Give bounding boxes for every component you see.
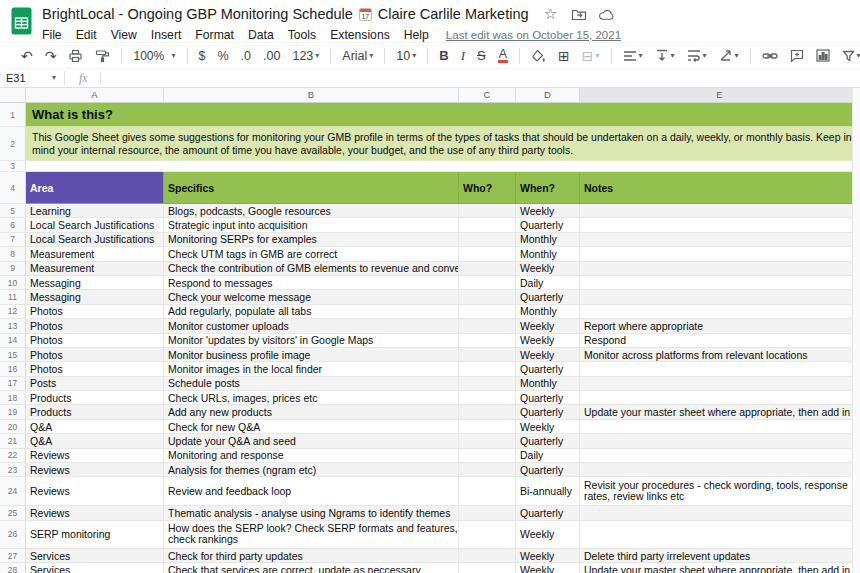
cell-who[interactable] bbox=[459, 334, 516, 348]
cell-when[interactable]: Weekly bbox=[516, 420, 580, 434]
star-icon[interactable]: ☆ bbox=[543, 6, 559, 22]
cell-when[interactable]: Daily bbox=[516, 449, 580, 463]
cell-when[interactable]: Weekly bbox=[516, 204, 580, 218]
name-box-caret-icon[interactable]: ▾ bbox=[52, 74, 56, 82]
row-number-cell[interactable]: 2 bbox=[0, 127, 26, 161]
cell-specifics[interactable]: Check UTM tags in GMB are correct bbox=[164, 247, 459, 261]
cell-area[interactable]: Local Search Justifications bbox=[26, 233, 164, 247]
cell-header-who[interactable]: Who? bbox=[459, 172, 516, 204]
print-button[interactable] bbox=[63, 45, 88, 67]
cell-area[interactable]: Products bbox=[26, 391, 164, 405]
cell-notes[interactable]: Report where appropriate bbox=[580, 319, 860, 333]
cell-when[interactable]: Weekly bbox=[516, 319, 580, 333]
cell-who[interactable] bbox=[459, 405, 516, 419]
cell-when[interactable]: Monthly bbox=[516, 305, 580, 319]
row-number-cell[interactable]: 24 bbox=[0, 477, 26, 506]
row-number-cell[interactable]: 5 bbox=[0, 204, 26, 218]
row-number-cell[interactable]: 9 bbox=[0, 262, 26, 276]
cell-when[interactable]: Quarterly bbox=[516, 290, 580, 304]
paint-format-button[interactable] bbox=[90, 45, 115, 67]
insert-link-button[interactable] bbox=[757, 45, 783, 67]
cell-area[interactable]: Measurement bbox=[26, 247, 164, 261]
text-wrap-button[interactable]: ▾ bbox=[682, 45, 712, 67]
cell-specifics[interactable]: Check that services are correct, update … bbox=[164, 563, 459, 573]
cell-notes[interactable] bbox=[580, 506, 860, 520]
cell-specifics[interactable]: Analysis for themes (ngram etc) bbox=[164, 463, 459, 477]
cell-specifics[interactable]: Strategic input into acquisition bbox=[164, 218, 459, 232]
cell-specifics[interactable]: Thematic analysis - analyse using Ngrams… bbox=[164, 506, 459, 520]
cell-notes[interactable]: Update your master sheet where appropria… bbox=[580, 563, 860, 573]
cell-when[interactable]: Quarterly bbox=[516, 362, 580, 376]
cell-who[interactable] bbox=[459, 549, 516, 563]
cell-specifics[interactable]: Add regularly, populate all tabs bbox=[164, 305, 459, 319]
row-number-cell[interactable]: 12 bbox=[0, 305, 26, 319]
cell-specifics[interactable]: How does the SERP look? Check SERP forma… bbox=[164, 521, 459, 549]
cell-area[interactable]: Measurement bbox=[26, 262, 164, 276]
cell-who[interactable] bbox=[459, 319, 516, 333]
cell-who[interactable] bbox=[459, 463, 516, 477]
row-number-cell[interactable]: 15 bbox=[0, 348, 26, 362]
cell-notes[interactable] bbox=[580, 377, 860, 391]
cell-area[interactable]: Services bbox=[26, 549, 164, 563]
vertical-scrollbar[interactable] bbox=[852, 88, 860, 573]
cell-when[interactable]: Quarterly bbox=[516, 463, 580, 477]
cell-notes[interactable]: Delete third party irrelevent updates bbox=[580, 549, 860, 563]
document-title[interactable]: BrightLocal - Ongoing GBP Monitoring Sch… bbox=[42, 6, 353, 22]
cell-header-notes[interactable]: Notes bbox=[580, 172, 860, 204]
row-number-cell[interactable]: 3 bbox=[0, 161, 26, 172]
cell-notes[interactable] bbox=[580, 247, 860, 261]
cell-specifics[interactable]: Check for new Q&A bbox=[164, 420, 459, 434]
row-number-cell[interactable]: 19 bbox=[0, 405, 26, 419]
text-rotation-button[interactable]: ▾ bbox=[714, 45, 744, 67]
font-select[interactable]: Arial▾ bbox=[337, 45, 378, 67]
cell-area[interactable]: Q&A bbox=[26, 434, 164, 448]
row-number-cell[interactable]: 11 bbox=[0, 290, 26, 304]
cell-who[interactable] bbox=[459, 563, 516, 573]
insert-chart-button[interactable] bbox=[811, 45, 835, 67]
format-percent-button[interactable]: % bbox=[212, 45, 233, 67]
cell-notes[interactable] bbox=[580, 434, 860, 448]
cell-specifics[interactable]: Monitoring SERPs for examples bbox=[164, 233, 459, 247]
cell-area[interactable]: Reviews bbox=[26, 506, 164, 520]
increase-decimal-button[interactable]: .00 bbox=[258, 45, 285, 67]
cell-notes[interactable] bbox=[580, 276, 860, 290]
last-edit-link[interactable]: Last edit was on October 15, 2021 bbox=[446, 29, 621, 41]
cell-area[interactable]: Products bbox=[26, 405, 164, 419]
cell-area[interactable]: Photos bbox=[26, 334, 164, 348]
cell-who[interactable] bbox=[459, 218, 516, 232]
row-number-cell[interactable]: 27 bbox=[0, 549, 26, 563]
cell-notes[interactable]: Update your master sheet where appropria… bbox=[580, 405, 860, 419]
cell-specifics[interactable]: Check for third party updates bbox=[164, 549, 459, 563]
cell-notes[interactable] bbox=[580, 463, 860, 477]
decrease-decimal-button[interactable]: .0 bbox=[236, 45, 256, 67]
cell-area[interactable]: Q&A bbox=[26, 420, 164, 434]
cell-header-specifics[interactable]: Specifics bbox=[164, 172, 459, 204]
cell-area[interactable]: Services bbox=[26, 563, 164, 573]
move-to-folder-icon[interactable] bbox=[571, 6, 587, 22]
cell-notes[interactable] bbox=[580, 449, 860, 463]
cell-area[interactable]: Photos bbox=[26, 362, 164, 376]
cell-when[interactable]: Weekly bbox=[516, 334, 580, 348]
row-number-cell[interactable]: 6 bbox=[0, 218, 26, 232]
cell-who[interactable] bbox=[459, 262, 516, 276]
cell-specifics[interactable]: Monitoring and response bbox=[164, 449, 459, 463]
cell-when[interactable]: Weekly bbox=[516, 262, 580, 276]
cell-area[interactable]: Photos bbox=[26, 305, 164, 319]
cell-area[interactable]: Reviews bbox=[26, 463, 164, 477]
row-number-cell[interactable]: 8 bbox=[0, 247, 26, 261]
row-number-cell[interactable]: 10 bbox=[0, 276, 26, 290]
cell-notes[interactable] bbox=[580, 218, 860, 232]
undo-button[interactable]: ↶ bbox=[16, 45, 38, 67]
cell-header-area[interactable]: Area bbox=[26, 172, 164, 204]
cell-notes[interactable] bbox=[580, 305, 860, 319]
cell-notes[interactable] bbox=[580, 290, 860, 304]
cell-who[interactable] bbox=[459, 521, 516, 549]
column-header-A[interactable]: A bbox=[26, 88, 164, 103]
cell-specifics[interactable]: Check URLs, images, prices etc bbox=[164, 391, 459, 405]
font-size-select[interactable]: 10▾ bbox=[391, 45, 421, 67]
row-number-cell[interactable]: 1 bbox=[0, 103, 26, 127]
row-number-cell[interactable]: 21 bbox=[0, 434, 26, 448]
name-box[interactable]: E31 bbox=[0, 72, 52, 84]
row-number-cell[interactable]: 14 bbox=[0, 334, 26, 348]
cell-area[interactable]: Reviews bbox=[26, 449, 164, 463]
